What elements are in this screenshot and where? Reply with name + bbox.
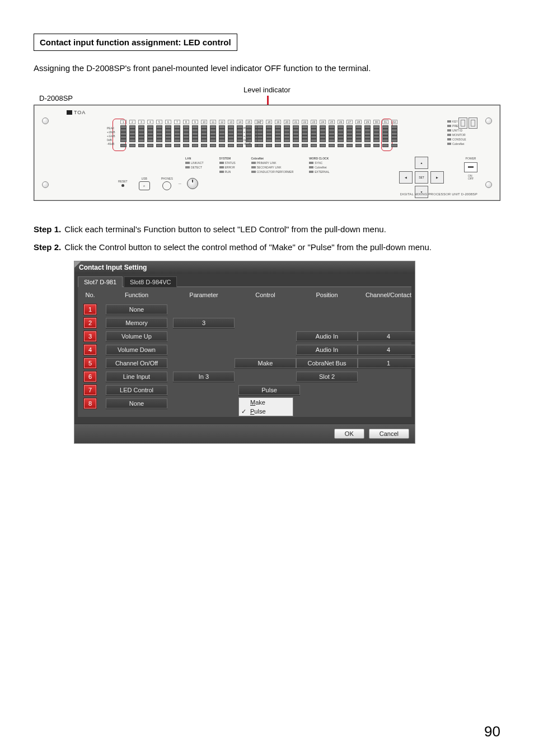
step-1: Step 1. Click each terminal's Function b… [34,223,500,236]
nav-left-button: ◀ [399,171,413,184]
level-labels: PEAK +18dB +12dB 0dB -40dB [243,126,252,145]
section-heading: Contact input function assignment: LED c… [34,34,237,51]
selector-pad: ▲ ◀ SET ▶ ▼ [399,157,444,198]
panel-screw [485,181,492,188]
control-button[interactable]: Pulse [238,385,300,395]
function-button[interactable]: LED Control [106,385,167,395]
tab-slot8[interactable]: Slot8 D-984VC [124,276,177,287]
brand-logo: TOA [67,110,86,115]
row-number: 4 [83,344,97,355]
phones-volume-knob [187,178,198,189]
page-number: 90 [484,723,500,740]
control-button[interactable]: Make [235,358,296,368]
status-indicators: LAN LINK/ACT DETECT SYSTEM STATUS ERROR … [185,157,330,173]
table-row: 6Line InputIn 3Slot 2 [80,370,409,383]
row-number: 6 [83,371,97,382]
device-label: D-2008SP [39,94,73,102]
phones-jack-icon [162,181,171,190]
power-switch [464,162,477,172]
position-button[interactable]: Audio In [296,331,358,341]
position-button[interactable]: Audio In [296,345,358,355]
intro-text: Assigning the D-2008SP's front panel-mou… [34,62,500,74]
col-channel-contact: Channel/Contact [358,292,415,298]
row-number: 3 [83,331,97,342]
function-button[interactable]: Line Input [106,372,167,382]
function-button[interactable]: None [106,398,167,408]
table-row: 4Volume DownAudio In4 [80,343,409,356]
cancel-button[interactable]: Cancel [369,429,409,439]
window-title: Contact Input Setting [74,261,415,274]
parameter-button[interactable]: In 3 [173,372,235,382]
col-function: Function [100,292,173,298]
table-row: 1None [80,303,409,316]
panel-screw [42,118,49,124]
position-button[interactable]: CobraNet Bus [296,358,358,368]
table-row: 5Channel On/OffMakeCobraNet Bus1 [80,356,409,370]
function-button[interactable]: Memory [106,318,167,328]
nav-down-button: ▼ [415,186,428,198]
row-number: 2 [83,317,97,328]
table-row: 2Memory3 [80,316,409,330]
window-footer: OK Cancel [74,424,415,443]
led-block-right: PEAK +18dB +12dB 0dB -40dB 1718192021222… [257,120,397,147]
nav-set-button: SET [415,171,428,184]
ok-button[interactable]: OK [334,429,364,439]
reset-button [121,184,124,187]
position-button[interactable]: Slot 2 [296,372,358,382]
row-number: 1 [83,304,97,315]
function-button[interactable]: Volume Down [106,345,167,355]
level-indicator-label: Level indicator [243,86,291,94]
row-number: 7 [83,384,97,396]
tab-bar: Slot7 D-981 Slot8 D-984VC [74,274,415,287]
front-ports: RESET USB ⎚ PHONES — [118,177,198,190]
function-button[interactable]: None [106,304,167,314]
channel-button[interactable]: 4 [358,345,415,355]
col-position: Position [296,292,358,298]
row-number: 5 [83,358,97,369]
table-row: 7LED ControlPulseMake✓Pulse [80,383,409,397]
product-line-label: DIGITAL MIXING PROCESSOR UNIT D-2008SP [400,192,477,196]
channel-button[interactable]: 4 [358,331,415,341]
step-2: Step 2. Click the Control button to sele… [34,241,500,253]
nav-up-button: ▲ [415,157,428,169]
nav-right-button: ▶ [430,171,444,184]
panel-screw [485,118,492,124]
col-control: Control [235,292,296,298]
parameter-button[interactable]: 3 [173,318,235,328]
control-dropdown-menu: Make✓Pulse [238,397,293,416]
usb-port-icon: ⎚ [139,181,150,190]
tab-slot7[interactable]: Slot7 D-981 [78,276,123,287]
display-cards [458,118,477,129]
contact-input-setting-window: Contact Input Setting Slot7 D-981 Slot8 … [74,261,415,444]
dropdown-item[interactable]: Make [239,398,293,407]
col-no: No. [80,292,100,298]
level-labels: PEAK +18dB +12dB 0dB -40dB [107,126,115,145]
function-button[interactable]: Channel On/Off [106,358,167,368]
panel-screw [42,181,49,188]
function-button[interactable]: Volume Up [106,331,167,341]
check-icon: ✓ [241,408,246,415]
row-number: 8 [83,398,97,409]
dropdown-item[interactable]: ✓Pulse [239,407,293,416]
table-row: 3Volume UpAudio In4 [80,330,409,343]
led-block-left: PEAK +18dB +12dB 0dB -40dB 1234567891011… [120,120,261,147]
hardware-panel: TOA PEAK +18dB +12dB 0dB -40dB 123456789… [34,105,500,201]
power-section: POWER ON OFF [464,157,477,181]
col-parameter: Parameter [173,292,235,298]
hardware-diagram: D-2008SP Level indicator TOA PEAK +18dB … [34,86,500,201]
channel-button[interactable]: 1 [358,358,415,368]
settings-table: No. Function Parameter Control Position … [78,287,411,417]
